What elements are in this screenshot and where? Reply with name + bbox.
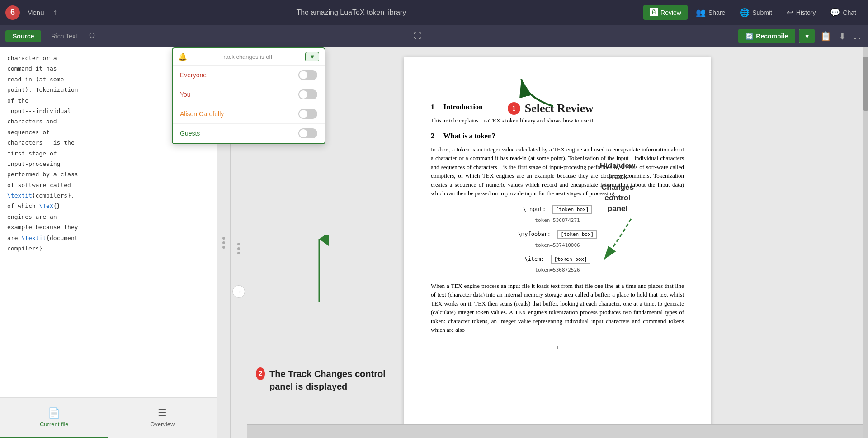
item-token-visual: [token box] [551,255,590,264]
chat-button[interactable]: 💬 Chat [824,5,863,20]
app-logo: 6 [5,5,20,20]
pdf-log-icon[interactable]: 📋 [818,29,833,43]
menu-button[interactable]: Menu [24,7,48,18]
section2-num: 2 [431,132,434,140]
hide-view-arrow [599,214,636,268]
expand-icon[interactable]: ⛶ [412,29,424,42]
everyone-label: Everyone [180,71,207,79]
textit-document-link[interactable]: \textit [21,235,46,241]
section1-text: This article explains LuaTEX's token lib… [431,116,684,125]
richtext-tab[interactable]: Rich Text [44,30,84,42]
pdf-scrollbar[interactable] [863,47,868,438]
hide-view-annotation: Hide/viewTrackChangescontrolpanel [590,160,645,272]
track-changes-alison-row: Alison Carefully [173,104,325,124]
tex-link[interactable]: \TeX [39,203,53,209]
guests-toggle[interactable] [298,128,317,138]
right-dot-3 [237,252,240,254]
history-label: History [796,9,816,16]
track-changes-header-icon: 🔔 [178,52,187,61]
main-content: ‹ 🔔 Track changes is off ▼ Everyone You … [0,47,868,438]
overview-label: Overview [150,421,175,428]
you-label: You [180,91,191,98]
myfoobar-label: \myfoobar: [518,231,551,237]
section2-para2: When a TEX engine process an input file … [431,282,684,334]
alison-label: Alison Carefully [180,110,224,118]
chat-label: Chat [843,9,856,16]
pdf-scrollbar-thumb[interactable] [863,57,868,111]
submit-label: Submit [752,9,772,16]
annotation-arrow-1 [517,75,571,111]
pdf-bottom-bar [247,424,868,438]
editor-toolbar: Source Rich Text Ω ⛶ 🔄 Recompile ▼ 📋 ⬇ ⛶ [0,25,868,47]
section2-title: 2 What is a token? [431,131,684,141]
history-button[interactable]: ↩ History [780,5,822,20]
source-tab[interactable]: Source [5,30,41,42]
menu-label: Menu [27,9,44,16]
section1-num: 1 [431,103,434,111]
editor-panel: 🔔 Track changes is off ▼ Everyone You Al… [0,47,217,438]
track-changes-guests-row: Guests [173,124,325,143]
arrow-right-2-button[interactable]: → [232,285,245,298]
share-label: Share [708,9,725,16]
track-changes-header: 🔔 Track changes is off ▼ [173,48,325,66]
right-dot-1 [237,243,240,245]
myfoobar-token: token=537410006 [431,242,684,250]
recompile-button[interactable]: 🔄 Recompile [738,29,795,43]
editor-bottom-bar: 📄 Current file ☰ Overview [0,397,217,438]
middle-dot-2 [222,241,225,244]
history-icon: ↩ [787,8,793,18]
pdf-panel: 1 Select Review 1 Introduction [247,47,868,438]
share-button[interactable]: 👥 Share [689,5,731,20]
track-changes-panel: 🔔 Track changes is off ▼ Everyone You Al… [172,47,326,144]
review-button[interactable]: 🅰 Review [643,5,688,20]
track-changes-status: Track changes is off [220,53,273,60]
section2-text: In short, a token is an integer value ca… [431,145,684,198]
collapse-icon[interactable]: ⛶ [852,30,863,42]
track-changes-everyone-row: Everyone [173,66,325,85]
chat-icon: 💬 [830,8,840,18]
track-changes-dropdown-button[interactable]: ▼ [305,52,319,61]
submit-button[interactable]: 🌐 Submit [733,5,778,20]
annotation-arrow-2 [306,235,333,307]
share-icon: 👥 [696,8,706,18]
recompile-label: Recompile [756,33,788,40]
current-file-icon: 📄 [48,407,60,419]
middle-dot-3 [222,246,225,249]
upload-icon[interactable]: ↑ [52,6,59,19]
track-changes-you-row: You [173,85,325,104]
input-label: \input: [523,206,546,212]
review-label: Review [660,9,681,16]
navbar: 6 Menu ↑ The amazing LuaTeX token librar… [0,0,868,25]
hide-view-text: Hide/viewTrackChangescontrolpanel [600,161,635,213]
recompile-dropdown-button[interactable]: ▼ [799,29,815,43]
everyone-toggle[interactable] [298,70,317,80]
pdf-page-number: 1 [431,344,684,352]
current-file-tab[interactable]: 📄 Current file [0,398,108,438]
pdf-page: 1 Select Review 1 Introduction [404,57,711,424]
input-token-visual: [token box] [552,205,592,214]
toolbar-right: 🔄 Recompile ▼ 📋 ⬇ ⛶ [738,29,863,43]
right-dot-2 [237,247,240,250]
step2-badge: 2 [256,367,265,380]
input-token: token=536874271 [431,217,684,225]
nav-right: 🅰 Review 👥 Share 🌐 Submit ↩ History 💬 Ch… [643,5,863,20]
middle-dot-1 [222,237,225,240]
item-token: token=536872526 [431,267,684,274]
overview-icon: ☰ [158,407,167,419]
document-title: The amazing LuaTeX token library [63,9,640,17]
textit-compilers-link[interactable]: \textit [7,192,32,199]
current-file-label: Current file [40,421,69,428]
overview-tab[interactable]: ☰ Overview [108,398,217,438]
item-label: \item: [524,256,544,262]
annotation-step2: 2 The Track Changes control panel is dis… [256,367,410,393]
recompile-icon: 🔄 [745,33,753,40]
alison-toggle[interactable] [298,109,317,119]
submit-icon: 🌐 [740,8,750,18]
review-icon: 🅰 [650,8,658,17]
download-icon[interactable]: ⬇ [837,29,848,43]
guests-label: Guests [180,130,200,137]
step2-text: The Track Changes control panel is displ… [269,367,410,393]
you-toggle[interactable] [298,89,317,99]
omega-icon[interactable]: Ω [87,29,97,42]
toolbar-left: Source Rich Text Ω [5,29,97,42]
